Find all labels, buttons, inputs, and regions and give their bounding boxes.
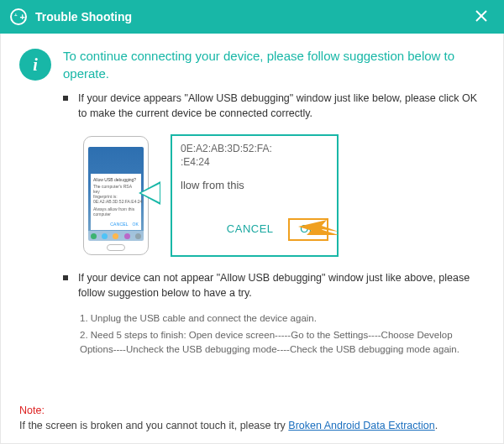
instruction-2: If your device can not appear "Allow USB… bbox=[63, 270, 485, 300]
footer-note: Note: If the screen is broken and you ca… bbox=[19, 404, 485, 433]
substep-1: 1. Unplug the USB cable and connect the … bbox=[80, 311, 485, 326]
zoom-panel: 0E:A2:AB:3D:52:FA: :E4:24 llow from this… bbox=[171, 134, 339, 257]
note-period: . bbox=[435, 420, 438, 431]
intro-text: To continue connecting your device, plea… bbox=[63, 47, 485, 82]
bullet-icon bbox=[63, 96, 68, 101]
note-label: Note: bbox=[19, 405, 45, 416]
arrow-icon bbox=[298, 220, 339, 237]
info-icon: i bbox=[19, 49, 51, 81]
broken-android-link[interactable]: Broken Android Data Extraction bbox=[288, 420, 434, 431]
phone-cancel: CANCEL bbox=[110, 222, 128, 227]
intro-row: i To continue connecting your device, pl… bbox=[19, 47, 485, 82]
dialog-header: + Trouble Shooting bbox=[0, 0, 504, 34]
phone-dialog-line: The computer's RSA key bbox=[93, 184, 139, 194]
phone-screen: Allow USB debugging? The computer's RSA … bbox=[88, 147, 144, 241]
fingerprint-line-1: 0E:A2:AB:3D:52:FA: bbox=[181, 143, 328, 156]
note-text: If the screen is broken and you cannot t… bbox=[19, 420, 288, 431]
close-icon bbox=[475, 10, 487, 22]
phone-dialog-buttons: CANCEL OK bbox=[93, 222, 139, 227]
dialog-content: i To continue connecting your device, pl… bbox=[0, 34, 504, 444]
dialog-title: Trouble Shooting bbox=[35, 10, 132, 24]
fingerprint-line-2: :E4:24 bbox=[181, 156, 328, 170]
bullet-icon bbox=[63, 275, 68, 280]
substep-2: 2. Need 5 steps to finish: Open device s… bbox=[80, 328, 485, 356]
phone-dialog-title: Allow USB debugging? bbox=[93, 177, 139, 182]
phone-home-button bbox=[107, 244, 125, 251]
callout-pointer-icon bbox=[139, 181, 160, 205]
cancel-label: CANCEL bbox=[227, 222, 274, 235]
phone-ok: OK bbox=[132, 222, 139, 227]
close-button[interactable] bbox=[469, 7, 494, 28]
illustration: Allow USB debugging? The computer's RSA … bbox=[78, 133, 339, 259]
substeps: 1. Unplug the USB cable and connect the … bbox=[80, 311, 485, 360]
allow-from-text: llow from this bbox=[181, 179, 328, 193]
shield-icon: + bbox=[10, 8, 27, 25]
phone-dock bbox=[88, 231, 144, 241]
instruction-2-text: If your device can not appear "Allow USB… bbox=[78, 270, 485, 300]
instruction-1-text: If your device appears "Allow USB debugg… bbox=[78, 91, 485, 121]
phone-dialog-checkbox: Always allow from this computer bbox=[93, 206, 139, 217]
phone-usb-dialog: Allow USB debugging? The computer's RSA … bbox=[91, 174, 141, 230]
phone-dialog-line: 0E:A2:AB:3D:52:FA:E4:24 bbox=[93, 199, 139, 204]
instruction-1: If your device appears "Allow USB debugg… bbox=[63, 91, 485, 121]
